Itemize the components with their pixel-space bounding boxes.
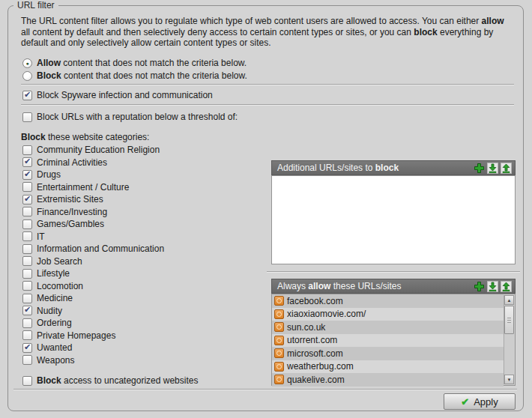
category-row[interactable]: ✔Drugs	[22, 169, 164, 181]
category-checkbox[interactable]	[22, 330, 32, 340]
category-row[interactable]: Entertainment / Culture	[22, 181, 164, 194]
block-uncategorized-row[interactable]: Block access to uncategorized websites	[22, 375, 198, 387]
block-uncategorized-checkbox[interactable]	[22, 376, 32, 386]
category-list: Community Education Religion ✔Criminal A…	[22, 144, 164, 366]
arrow-down-icon: ▼	[507, 378, 512, 382]
block-spyware-row[interactable]: ✔ Block Spyware infection and communicat…	[22, 89, 213, 101]
allow-url-item[interactable]: weatherbug.com	[272, 360, 504, 374]
category-label: Uwanted	[37, 342, 72, 353]
category-checkbox[interactable]	[22, 207, 32, 216]
category-label: Information and Communication	[37, 243, 164, 254]
allow-url-item[interactable]: microsoft.com	[272, 347, 504, 360]
radio-row-allow[interactable]: ● Allow content that does not match the …	[22, 57, 247, 69]
url-text: quakelive.com	[287, 375, 345, 385]
url-text: facebook.com	[287, 296, 343, 306]
category-row[interactable]: ✔Extremistic Sites	[22, 193, 164, 206]
separator	[13, 389, 517, 390]
category-label: Entertainment / Culture	[37, 182, 129, 193]
apply-button[interactable]: ✔ Apply	[444, 393, 516, 410]
block-spyware-checkbox[interactable]: ✔	[22, 91, 32, 100]
block-url-list[interactable]	[271, 175, 516, 264]
checkmark-icon: ✔	[24, 157, 31, 166]
block-spyware-label: Block Spyware infection and communicatio…	[37, 90, 213, 100]
category-row[interactable]: Community Education Religion	[22, 144, 164, 157]
website-icon	[274, 309, 284, 319]
arrow-up-icon: ▲	[507, 298, 512, 303]
allow-radio[interactable]: ●	[22, 58, 32, 68]
export-icon[interactable]	[501, 163, 512, 174]
scrollbar-thumb[interactable]	[504, 306, 514, 334]
import-icon[interactable]	[487, 281, 498, 292]
scroll-up-button[interactable]: ▲	[504, 295, 514, 305]
block-reputation-row[interactable]: Block URLs with a reputation below a thr…	[22, 111, 238, 123]
category-row[interactable]: Finance/Investing	[22, 206, 164, 219]
add-icon[interactable]	[474, 281, 485, 292]
category-checkbox[interactable]	[22, 294, 32, 303]
separator	[21, 104, 514, 106]
filter-description: The URL content filter allows you to reg…	[21, 16, 514, 49]
website-icon	[274, 362, 284, 372]
allow-url-item[interactable]: facebook.com	[272, 294, 504, 308]
category-checkbox[interactable]	[22, 145, 32, 155]
category-checkbox[interactable]	[22, 269, 32, 279]
category-row[interactable]: ✔Criminal Activities	[22, 157, 164, 169]
category-checkbox[interactable]	[22, 256, 32, 266]
category-checkbox[interactable]	[22, 318, 32, 328]
block-uncategorized-label: Block access to uncategorized websites	[37, 375, 198, 386]
category-row[interactable]: Private Homepages	[22, 330, 164, 342]
allow-url-item[interactable]: utorrent.com	[272, 334, 504, 348]
category-checkbox[interactable]	[22, 355, 32, 365]
website-icon	[274, 375, 284, 384]
category-checkbox[interactable]	[22, 281, 32, 291]
category-row[interactable]: Information and Communication	[22, 243, 164, 255]
allow-url-item[interactable]: quakelive.com	[272, 373, 504, 387]
category-checkbox[interactable]: ✔	[22, 343, 32, 353]
radio-dot: ●	[25, 61, 28, 66]
block-radio[interactable]	[22, 71, 32, 81]
category-row[interactable]: Medicine	[22, 292, 164, 305]
allow-url-item[interactable]: sun.co.uk	[272, 321, 504, 334]
description-bold-block: block	[414, 27, 437, 37]
category-label: Drugs	[37, 169, 61, 180]
category-row[interactable]: ✔Nudity	[22, 305, 164, 318]
category-label: Medicine	[37, 293, 73, 303]
category-row[interactable]: IT	[22, 231, 164, 243]
category-checkbox[interactable]	[22, 182, 32, 192]
category-row[interactable]: Locomotion	[22, 280, 164, 293]
category-checkbox[interactable]	[22, 219, 32, 229]
allow-url-list: facebook.com xiaoxiaomovie.com/ sun.co.u…	[271, 294, 516, 386]
category-label: Locomotion	[37, 281, 83, 291]
scrollbar-track[interactable]: ▲ ▼	[504, 295, 514, 384]
export-icon[interactable]	[501, 281, 512, 292]
category-checkbox[interactable]: ✔	[22, 195, 32, 205]
category-label: Games/Gambles	[37, 219, 104, 229]
category-checkbox[interactable]	[22, 244, 32, 254]
separator	[267, 271, 520, 273]
groupbox-title: URL filter	[13, 0, 58, 10]
import-icon[interactable]	[487, 163, 498, 174]
block-list-header: Additional URLs/sites to block	[271, 160, 516, 175]
scroll-down-button[interactable]: ▼	[504, 375, 514, 384]
category-row[interactable]: Games/Gambles	[22, 218, 164, 231]
category-row[interactable]: Lifestyle	[22, 267, 164, 280]
allow-url-item[interactable]: xiaoxiaomovie.com/	[272, 308, 504, 321]
allow-list-title: Always allow these URLs/sites	[277, 281, 401, 291]
category-row[interactable]: Weapons	[22, 354, 164, 367]
category-checkbox[interactable]	[22, 231, 32, 241]
category-checkbox[interactable]: ✔	[22, 157, 32, 167]
description-text: all content by default and then selectiv…	[21, 27, 414, 37]
category-checkbox[interactable]: ✔	[22, 306, 32, 315]
category-checkbox[interactable]: ✔	[22, 170, 32, 180]
category-row[interactable]: Ordering	[22, 317, 164, 330]
category-label: Ordering	[37, 318, 72, 328]
category-row[interactable]: ✔Uwanted	[22, 342, 164, 354]
add-icon[interactable]	[474, 163, 485, 174]
block-reputation-checkbox[interactable]	[22, 112, 32, 122]
category-row[interactable]: Job Search	[22, 255, 164, 268]
url-text: utorrent.com	[287, 335, 337, 345]
block-radio-label: Block content that does not match the cr…	[37, 70, 247, 81]
checkmark-icon: ✔	[24, 306, 31, 314]
radio-row-block[interactable]: Block content that does not match the cr…	[22, 70, 247, 82]
description-bold-allow: allow	[482, 16, 504, 26]
category-label: Community Education Religion	[37, 145, 160, 155]
